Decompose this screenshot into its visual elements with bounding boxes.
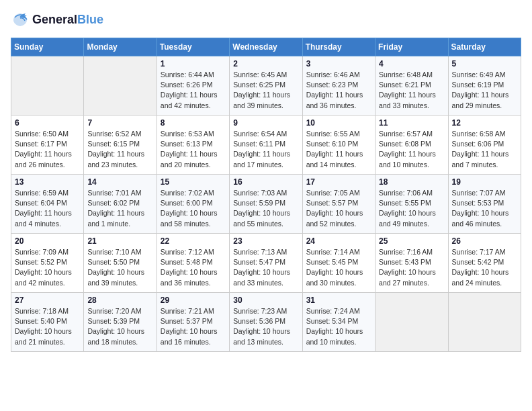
day-number: 20 [15, 236, 80, 246]
day-number: 5 [452, 59, 517, 68]
calendar-day-cell: 9Sunrise: 6:54 AMSunset: 6:11 PMDaylight… [230, 116, 302, 175]
calendar-table: SundayMondayTuesdayWednesdayThursdayFrid… [11, 38, 521, 352]
day-info: Sunrise: 6:44 AMSunset: 6:26 PMDaylight:… [161, 70, 226, 111]
day-number: 31 [306, 295, 371, 305]
calendar-day-cell: 5Sunrise: 6:49 AMSunset: 6:19 PMDaylight… [448, 56, 521, 116]
calendar-week-row: 13Sunrise: 6:59 AMSunset: 6:04 PMDayligh… [11, 175, 521, 234]
day-info: Sunrise: 7:09 AMSunset: 5:52 PMDaylight:… [15, 247, 80, 288]
day-info: Sunrise: 7:16 AMSunset: 5:43 PMDaylight:… [379, 247, 444, 288]
calendar-day-cell: 15Sunrise: 7:02 AMSunset: 6:00 PMDayligh… [157, 175, 229, 234]
calendar-week-row: 6Sunrise: 6:50 AMSunset: 6:17 PMDaylight… [11, 116, 521, 175]
calendar-day-cell: 26Sunrise: 7:17 AMSunset: 5:42 PMDayligh… [448, 234, 521, 293]
calendar-day-cell: 18Sunrise: 7:06 AMSunset: 5:55 PMDayligh… [375, 175, 448, 234]
calendar-day-cell: 23Sunrise: 7:13 AMSunset: 5:47 PMDayligh… [230, 234, 302, 293]
day-info: Sunrise: 7:05 AMSunset: 5:57 PMDaylight:… [306, 188, 371, 229]
calendar-day-cell: 3Sunrise: 6:46 AMSunset: 6:23 PMDaylight… [302, 56, 375, 116]
day-number: 29 [161, 295, 226, 305]
day-info: Sunrise: 6:52 AMSunset: 6:15 PMDaylight:… [87, 129, 152, 170]
day-number: 25 [379, 236, 444, 246]
calendar-day-cell [84, 56, 157, 116]
day-number: 30 [233, 295, 298, 305]
calendar-day-cell: 10Sunrise: 6:55 AMSunset: 6:10 PMDayligh… [302, 116, 375, 175]
day-info: Sunrise: 6:45 AMSunset: 6:25 PMDaylight:… [233, 70, 298, 111]
weekday-header-cell: Wednesday [230, 38, 302, 56]
day-number: 18 [379, 177, 444, 187]
day-number: 28 [87, 295, 152, 305]
calendar-day-cell [11, 56, 84, 116]
day-number: 19 [452, 177, 517, 187]
calendar-day-cell: 31Sunrise: 7:24 AMSunset: 5:34 PMDayligh… [302, 293, 375, 352]
calendar-day-cell: 4Sunrise: 6:48 AMSunset: 6:21 PMDaylight… [375, 56, 448, 116]
day-info: Sunrise: 6:58 AMSunset: 6:06 PMDaylight:… [452, 129, 517, 170]
day-info: Sunrise: 7:21 AMSunset: 5:37 PMDaylight:… [161, 306, 226, 347]
weekday-header-cell: Saturday [448, 38, 521, 56]
logo: GeneralBlue [11, 11, 103, 30]
day-number: 6 [15, 118, 80, 128]
day-number: 17 [306, 177, 371, 187]
day-info: Sunrise: 7:06 AMSunset: 5:55 PMDaylight:… [379, 188, 444, 229]
day-number: 12 [452, 118, 517, 128]
calendar-body: 1Sunrise: 6:44 AMSunset: 6:26 PMDaylight… [11, 56, 521, 352]
calendar-day-cell: 30Sunrise: 7:23 AMSunset: 5:36 PMDayligh… [230, 293, 302, 352]
day-info: Sunrise: 7:02 AMSunset: 6:00 PMDaylight:… [161, 188, 226, 229]
calendar-day-cell: 2Sunrise: 6:45 AMSunset: 6:25 PMDaylight… [230, 56, 302, 116]
calendar-day-cell: 21Sunrise: 7:10 AMSunset: 5:50 PMDayligh… [84, 234, 157, 293]
calendar-day-cell: 13Sunrise: 6:59 AMSunset: 6:04 PMDayligh… [11, 175, 84, 234]
calendar-day-cell: 14Sunrise: 7:01 AMSunset: 6:02 PMDayligh… [84, 175, 157, 234]
weekday-header-row: SundayMondayTuesdayWednesdayThursdayFrid… [11, 38, 521, 56]
day-number: 2 [233, 59, 298, 68]
day-number: 23 [233, 236, 298, 246]
day-info: Sunrise: 7:10 AMSunset: 5:50 PMDaylight:… [87, 247, 152, 288]
day-info: Sunrise: 7:23 AMSunset: 5:36 PMDaylight:… [233, 306, 298, 347]
day-info: Sunrise: 6:49 AMSunset: 6:19 PMDaylight:… [452, 70, 517, 111]
calendar-week-row: 20Sunrise: 7:09 AMSunset: 5:52 PMDayligh… [11, 234, 521, 293]
day-info: Sunrise: 7:12 AMSunset: 5:48 PMDaylight:… [161, 247, 226, 288]
day-number: 10 [306, 118, 371, 128]
day-number: 3 [306, 59, 371, 68]
calendar-day-cell: 11Sunrise: 6:57 AMSunset: 6:08 PMDayligh… [375, 116, 448, 175]
calendar-day-cell: 20Sunrise: 7:09 AMSunset: 5:52 PMDayligh… [11, 234, 84, 293]
day-info: Sunrise: 6:54 AMSunset: 6:11 PMDaylight:… [233, 129, 298, 170]
day-info: Sunrise: 6:48 AMSunset: 6:21 PMDaylight:… [379, 70, 444, 111]
day-info: Sunrise: 6:57 AMSunset: 6:08 PMDaylight:… [379, 129, 444, 170]
weekday-header-cell: Monday [84, 38, 157, 56]
day-info: Sunrise: 7:14 AMSunset: 5:45 PMDaylight:… [306, 247, 371, 288]
day-info: Sunrise: 6:50 AMSunset: 6:17 PMDaylight:… [15, 129, 80, 170]
page-header: GeneralBlue [11, 11, 521, 30]
calendar-day-cell [375, 293, 448, 352]
calendar-day-cell: 22Sunrise: 7:12 AMSunset: 5:48 PMDayligh… [157, 234, 229, 293]
day-info: Sunrise: 7:18 AMSunset: 5:40 PMDaylight:… [15, 306, 80, 347]
day-info: Sunrise: 6:46 AMSunset: 6:23 PMDaylight:… [306, 70, 371, 111]
day-number: 14 [87, 177, 152, 187]
day-info: Sunrise: 7:20 AMSunset: 5:39 PMDaylight:… [87, 306, 152, 347]
day-info: Sunrise: 7:07 AMSunset: 5:53 PMDaylight:… [452, 188, 517, 229]
day-info: Sunrise: 7:13 AMSunset: 5:47 PMDaylight:… [233, 247, 298, 288]
weekday-header-cell: Sunday [11, 38, 84, 56]
day-info: Sunrise: 7:03 AMSunset: 5:59 PMDaylight:… [233, 188, 298, 229]
day-number: 8 [161, 118, 226, 128]
day-number: 26 [452, 236, 517, 246]
day-number: 27 [15, 295, 80, 305]
day-info: Sunrise: 6:59 AMSunset: 6:04 PMDaylight:… [15, 188, 80, 229]
day-number: 11 [379, 118, 444, 128]
calendar-day-cell: 7Sunrise: 6:52 AMSunset: 6:15 PMDaylight… [84, 116, 157, 175]
day-number: 1 [161, 59, 226, 68]
day-info: Sunrise: 6:53 AMSunset: 6:13 PMDaylight:… [161, 129, 226, 170]
day-number: 22 [161, 236, 226, 246]
calendar-day-cell: 1Sunrise: 6:44 AMSunset: 6:26 PMDaylight… [157, 56, 229, 116]
day-number: 9 [233, 118, 298, 128]
day-number: 15 [161, 177, 226, 187]
calendar-day-cell: 6Sunrise: 6:50 AMSunset: 6:17 PMDaylight… [11, 116, 84, 175]
calendar-week-row: 1Sunrise: 6:44 AMSunset: 6:26 PMDaylight… [11, 56, 521, 116]
calendar-day-cell: 19Sunrise: 7:07 AMSunset: 5:53 PMDayligh… [448, 175, 521, 234]
weekday-header-cell: Tuesday [157, 38, 229, 56]
day-number: 4 [379, 59, 444, 68]
day-number: 13 [15, 177, 80, 187]
weekday-header-cell: Friday [375, 38, 448, 56]
weekday-header-cell: Thursday [302, 38, 375, 56]
calendar-day-cell: 29Sunrise: 7:21 AMSunset: 5:37 PMDayligh… [157, 293, 229, 352]
day-info: Sunrise: 7:17 AMSunset: 5:42 PMDaylight:… [452, 247, 517, 288]
calendar-day-cell [448, 293, 521, 352]
calendar-day-cell: 25Sunrise: 7:16 AMSunset: 5:43 PMDayligh… [375, 234, 448, 293]
logo-text: GeneralBlue [32, 13, 103, 28]
